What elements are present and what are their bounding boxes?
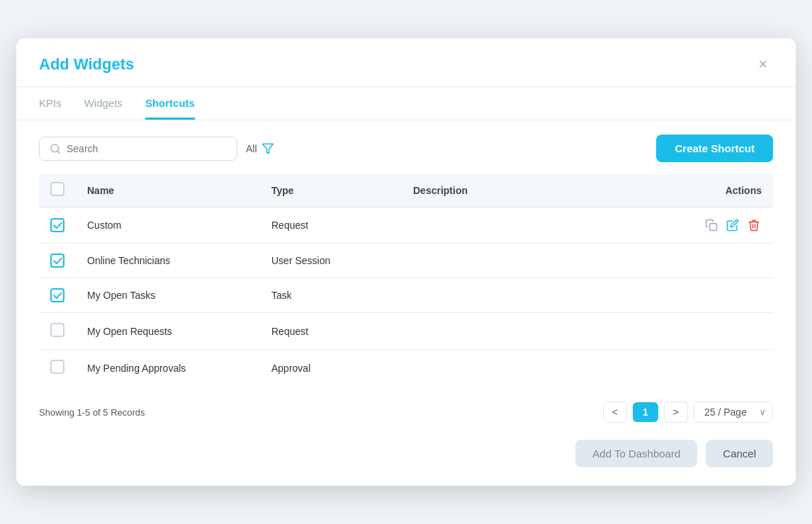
row-3-description: [402, 278, 688, 313]
search-icon: [50, 143, 61, 154]
create-shortcut-button[interactable]: Create Shortcut: [656, 135, 773, 162]
copy-button-row-1[interactable]: [704, 217, 719, 233]
page-size-select[interactable]: 25 / Page 50 / Page 100 / Page: [694, 401, 773, 423]
svg-line-1: [57, 151, 60, 153]
close-button[interactable]: ×: [752, 54, 773, 75]
row-2-description: [402, 244, 688, 278]
col-name: Name: [76, 173, 260, 207]
footer-actions: Add To Dashboard Cancel: [16, 434, 796, 486]
row-4-actions: [688, 313, 773, 350]
cancel-button[interactable]: Cancel: [706, 440, 773, 467]
svg-marker-2: [262, 144, 273, 154]
row-2-checkbox[interactable]: [50, 254, 64, 268]
row-3-checkbox[interactable]: [50, 288, 64, 302]
filter-label: All: [246, 143, 257, 154]
add-to-dashboard-button[interactable]: Add To Dashboard: [575, 440, 697, 467]
row-1-type: Request: [260, 207, 402, 244]
col-description: Description: [402, 173, 688, 207]
pagination-controls: < 1 > 25 / Page 50 / Page 100 / Page: [603, 401, 773, 423]
row-5-name: My Pending Approvals: [76, 350, 260, 387]
tab-kpis[interactable]: KPIs: [39, 87, 62, 120]
row-2-name: Online Technicians: [76, 244, 260, 278]
row-1-checkbox-cell: [39, 207, 76, 244]
row-1-checkbox[interactable]: [50, 218, 64, 232]
tabs-bar: KPIs Widgets Shortcuts: [16, 87, 796, 120]
row-4-description: [402, 313, 688, 350]
current-page-button: 1: [633, 402, 658, 422]
row-5-actions: [688, 350, 773, 387]
edit-button-row-1[interactable]: [725, 217, 740, 233]
row-3-name: My Open Tasks: [76, 278, 260, 313]
row-5-description: [402, 350, 688, 387]
table-row: My Open Requests Request: [39, 313, 773, 350]
delete-icon: [748, 219, 760, 232]
row-5-type: Approval: [260, 350, 402, 387]
table-row: My Pending Approvals Approval: [39, 350, 773, 387]
toolbar: All Create Shortcut: [16, 120, 796, 173]
modal-title: Add Widgets: [39, 55, 134, 74]
search-input[interactable]: [67, 143, 227, 154]
edit-icon: [726, 219, 739, 232]
tab-shortcuts[interactable]: Shortcuts: [145, 87, 195, 120]
copy-icon: [705, 219, 718, 232]
row-3-actions: [688, 278, 773, 313]
table-row: Custom Request: [39, 207, 773, 244]
search-area: All: [39, 137, 274, 161]
search-box: [39, 137, 237, 161]
row-5-checkbox-cell: [39, 350, 76, 387]
table-header-row: Name Type Description Actions: [39, 173, 773, 207]
row-3-type: Task: [260, 278, 402, 313]
page-size-wrap: 25 / Page 50 / Page 100 / Page: [694, 401, 773, 423]
filter-icon: [261, 142, 274, 155]
row-1-action-icons: [699, 217, 762, 233]
svg-rect-3: [710, 224, 717, 231]
col-actions: Actions: [688, 173, 773, 207]
row-4-name: My Open Requests: [76, 313, 260, 350]
row-2-checkbox-cell: [39, 244, 76, 278]
shortcuts-table-wrap: Name Type Description Actions Custom Req…: [16, 173, 796, 386]
delete-button-row-1[interactable]: [746, 217, 762, 233]
next-page-button[interactable]: >: [664, 401, 688, 423]
row-3-checkbox-cell: [39, 278, 76, 313]
table-row: Online Technicians User Session: [39, 244, 773, 278]
row-1-description: [402, 207, 688, 244]
row-2-type: User Session: [260, 244, 402, 278]
row-4-type: Request: [260, 313, 402, 350]
showing-text: Showing 1-5 of 5 Records: [39, 407, 145, 418]
row-4-checkbox-cell: [39, 313, 76, 350]
col-checkbox: [39, 173, 76, 207]
row-1-name: Custom: [76, 207, 260, 244]
row-1-actions: [688, 207, 773, 244]
row-2-actions: [688, 244, 773, 278]
pagination-row: Showing 1-5 of 5 Records < 1 > 25 / Page…: [16, 386, 796, 434]
col-type: Type: [260, 173, 402, 207]
shortcuts-table: Name Type Description Actions Custom Req…: [39, 173, 773, 386]
table-row: My Open Tasks Task: [39, 278, 773, 313]
tab-widgets[interactable]: Widgets: [84, 87, 123, 120]
row-4-checkbox[interactable]: [50, 323, 64, 337]
prev-page-button[interactable]: <: [603, 401, 627, 423]
modal-header: Add Widgets ×: [16, 38, 796, 75]
filter-area[interactable]: All: [246, 142, 274, 155]
row-5-checkbox[interactable]: [50, 360, 64, 374]
add-widgets-modal: Add Widgets × KPIs Widgets Shortcuts All…: [16, 38, 796, 486]
select-all-checkbox[interactable]: [50, 182, 64, 196]
